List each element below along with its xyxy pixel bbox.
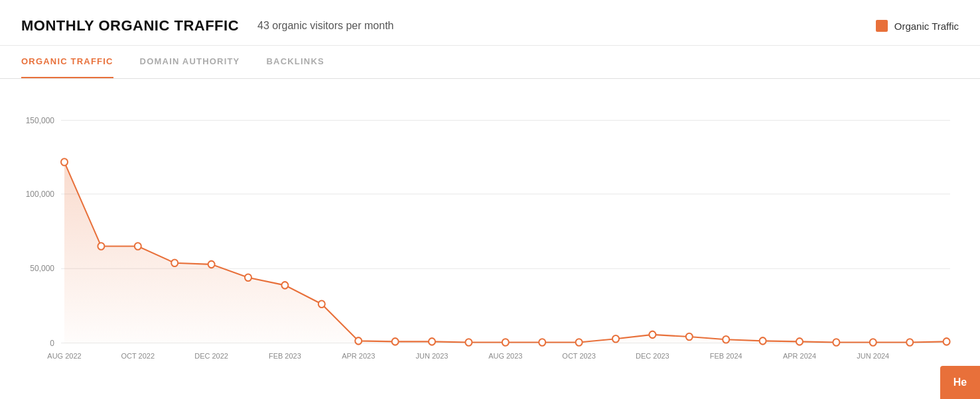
- data-point: [612, 335, 619, 343]
- header: MONTHLY ORGANIC TRAFFIC 43 organic visit…: [0, 0, 980, 46]
- svg-text:FEB 2023: FEB 2023: [269, 351, 301, 359]
- svg-text:APR 2024: APR 2024: [783, 351, 816, 359]
- data-point: [649, 331, 656, 339]
- subtitle: 43 organic visitors per month: [257, 20, 393, 32]
- tab-domain-authority[interactable]: DOMAIN AUTHORITY: [140, 46, 240, 78]
- data-point: [318, 300, 325, 308]
- data-point: [723, 336, 729, 343]
- data-point: [135, 243, 141, 250]
- data-point: [502, 339, 509, 346]
- tabs-bar: ORGANIC TRAFFIC DOMAIN AUTHORITY BACKLIN…: [0, 46, 980, 79]
- page-title: MONTHLY ORGANIC TRAFFIC: [21, 17, 239, 34]
- data-point: [833, 339, 839, 346]
- legend-label: Organic Traffic: [894, 21, 959, 32]
- svg-text:FEB 2024: FEB 2024: [710, 351, 742, 359]
- svg-text:150,000: 150,000: [26, 115, 55, 125]
- svg-text:0: 0: [50, 338, 54, 347]
- data-point: [355, 337, 362, 344]
- svg-text:100,000: 100,000: [26, 190, 55, 199]
- help-label: He: [953, 376, 967, 388]
- svg-text:AUG 2022: AUG 2022: [47, 351, 81, 359]
- data-point: [686, 333, 693, 341]
- data-point: [429, 338, 435, 345]
- tab-backlinks[interactable]: BACKLINKS: [267, 46, 324, 78]
- svg-text:JUN 2023: JUN 2023: [416, 351, 449, 359]
- data-point: [208, 261, 215, 268]
- data-point: [870, 339, 876, 346]
- svg-text:JUN 2024: JUN 2024: [857, 351, 889, 359]
- data-point: [760, 337, 766, 344]
- tab-organic-traffic[interactable]: ORGANIC TRAFFIC: [21, 46, 113, 78]
- data-point: [61, 158, 68, 166]
- svg-text:AUG 2023: AUG 2023: [488, 351, 522, 359]
- data-point: [944, 338, 950, 345]
- data-point: [392, 338, 399, 345]
- svg-text:APR 2023: APR 2023: [342, 351, 375, 359]
- chart-area: 150,000 100,000 50,000 0: [0, 79, 980, 364]
- data-point: [281, 282, 288, 289]
- svg-text:OCT 2023: OCT 2023: [562, 351, 596, 359]
- svg-text:OCT 2022: OCT 2022: [121, 351, 155, 359]
- data-point: [906, 339, 913, 346]
- svg-text:50,000: 50,000: [30, 264, 54, 273]
- data-point: [98, 243, 104, 250]
- svg-text:DEC 2022: DEC 2022: [194, 351, 228, 359]
- line-chart: 150,000 100,000 50,000 0: [21, 86, 959, 364]
- data-point: [796, 338, 803, 345]
- chart-fill: [64, 162, 947, 343]
- main-container: MONTHLY ORGANIC TRAFFIC 43 organic visit…: [0, 0, 980, 399]
- data-point: [539, 339, 545, 346]
- legend-color-swatch: [876, 20, 888, 32]
- data-point: [465, 339, 472, 346]
- svg-text:DEC 2023: DEC 2023: [636, 351, 669, 359]
- data-point: [171, 260, 178, 267]
- legend: Organic Traffic: [876, 20, 959, 32]
- help-button[interactable]: He: [940, 366, 980, 399]
- data-point: [245, 274, 251, 282]
- data-point: [576, 339, 583, 346]
